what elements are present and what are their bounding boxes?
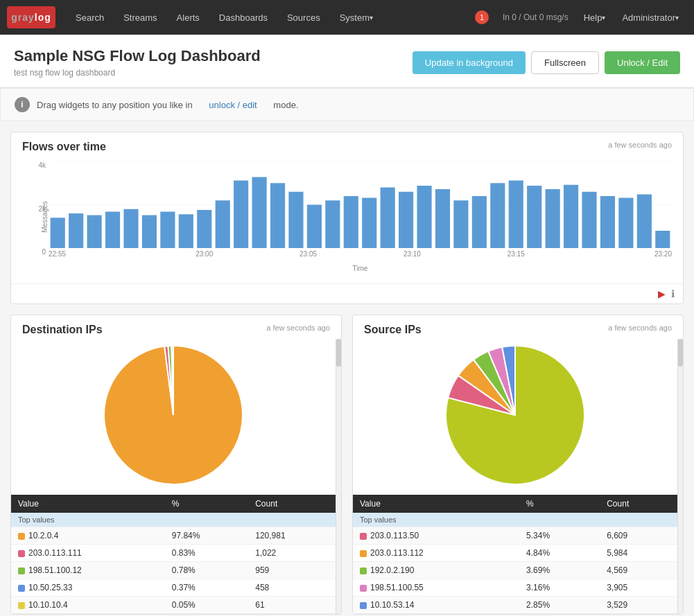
src-col-pct: % <box>519 495 600 513</box>
src-top-values-row: Top values <box>353 513 677 527</box>
dest-ip-count: 1,022 <box>248 545 336 562</box>
info-bar: i Drag widgets to any position you like … <box>0 88 694 121</box>
dest-ips-title: Destination IPs <box>22 324 103 336</box>
svg-rect-15 <box>270 183 285 248</box>
svg-rect-20 <box>362 198 376 249</box>
dest-ips-table: Value % Count Top values 10.2.0.4 <box>11 495 336 614</box>
src-col-count: Count <box>600 495 677 513</box>
x-tick-2315: 23:15 <box>464 250 568 258</box>
dest-ips-header: Destination IPs a few seconds ago <box>11 315 341 339</box>
src-pie-chart <box>446 346 584 484</box>
dest-top-values-label: Top values <box>11 513 336 527</box>
dest-scrollbar[interactable] <box>336 339 341 614</box>
src-ip-value: 203.0.113.112 <box>353 545 519 562</box>
nav-sources[interactable]: Sources <box>277 0 330 35</box>
svg-rect-7 <box>123 209 138 248</box>
table-row: 203.0.113.111 0.83% 1,022 <box>11 545 336 562</box>
svg-rect-28 <box>509 181 523 249</box>
x-tick-2255: 22:55 <box>49 250 153 258</box>
src-ips-body: Value % Count Top values 203.0.113. <box>353 339 677 614</box>
table-row: 10.10.53.14 2.85% 3,529 <box>353 597 677 614</box>
throughput-display: In 0 / Out 0 msg/s <box>496 12 575 22</box>
svg-rect-33 <box>600 196 615 248</box>
header-buttons: Update in background Fullscreen Unlock /… <box>413 51 680 74</box>
update-background-button[interactable]: Update in background <box>413 51 526 74</box>
src-ips-table: Value % Count Top values 203.0.113. <box>353 495 677 614</box>
svg-rect-29 <box>527 186 541 248</box>
src-ip-count: 3,529 <box>600 597 677 614</box>
nav-dashboards[interactable]: Dashboards <box>209 0 277 35</box>
notification-badge[interactable]: 1 <box>475 10 489 24</box>
nav-streams[interactable]: Streams <box>114 0 166 35</box>
dest-ip-pct: 97.84% <box>165 527 248 545</box>
dest-pie-chart <box>104 346 243 484</box>
y-axis-label: Messages <box>41 201 49 233</box>
dest-ip-pct: 0.83% <box>165 545 248 562</box>
dest-ip-value: 10.10.10.4 <box>11 597 165 614</box>
nav-system[interactable]: System <box>330 0 383 35</box>
flows-widget-header: Flows over time a few seconds ago <box>11 132 683 156</box>
y-tick-0: 0 <box>42 248 46 256</box>
src-ips-scroll[interactable]: Value % Count Top values 203.0.113. <box>353 339 683 614</box>
info-circle-icon[interactable]: ℹ <box>671 288 675 299</box>
page-title: Sample NSG Flow Log Dashboard <box>14 47 261 65</box>
title-block: Sample NSG Flow Log Dashboard test nsg f… <box>14 47 261 78</box>
src-ip-value: 198.51.100.55 <box>353 579 519 597</box>
svg-rect-17 <box>307 205 322 249</box>
dest-ip-value: 10.2.0.4 <box>11 527 165 545</box>
table-row: 10.50.25.33 0.37% 458 <box>11 579 336 597</box>
help-menu[interactable]: Help <box>575 0 614 35</box>
svg-rect-26 <box>472 196 487 248</box>
dest-col-value: Value <box>11 495 165 513</box>
nav-alerts[interactable]: Alerts <box>167 0 209 35</box>
play-icon[interactable]: ▶ <box>658 288 666 299</box>
svg-rect-24 <box>435 189 450 248</box>
dest-ip-value: 198.51.100.12 <box>11 562 165 579</box>
table-row: 192.0.2.190 3.69% 4,569 <box>353 562 677 579</box>
src-ip-value: 192.0.2.190 <box>353 562 519 579</box>
flows-widget-footer: ▶ ℹ <box>11 283 683 303</box>
src-ip-pct: 2.85% <box>519 597 600 614</box>
dest-col-pct: % <box>165 495 248 513</box>
flows-widget-timestamp: a few seconds ago <box>608 141 672 149</box>
svg-rect-32 <box>582 192 596 248</box>
two-col-widgets: Destination IPs a few seconds ago <box>10 315 684 616</box>
fullscreen-button[interactable]: Fullscreen <box>531 51 599 74</box>
flows-widget-body: 4k 2k 0 Messages 22:55 23:00 <box>11 156 683 283</box>
page-header: Sample NSG Flow Log Dashboard test nsg f… <box>0 35 694 88</box>
svg-rect-12 <box>216 200 230 248</box>
svg-rect-35 <box>637 195 652 249</box>
dest-ip-value: 10.50.25.33 <box>11 579 165 597</box>
src-scrollbar[interactable] <box>677 339 683 614</box>
table-row: 203.0.113.112 4.84% 5,984 <box>353 545 677 562</box>
dest-top-values-row: Top values <box>11 513 336 527</box>
admin-menu[interactable]: Administrator <box>614 0 687 35</box>
dest-ip-count: 458 <box>248 579 336 597</box>
src-ips-timestamp: a few seconds ago <box>608 324 672 332</box>
src-ip-pct: 5.34% <box>519 527 600 545</box>
flows-widget-title: Flows over time <box>22 141 106 153</box>
table-row: 198.51.100.12 0.78% 959 <box>11 562 336 579</box>
table-row: 10.2.0.4 97.84% 120,981 <box>11 527 336 545</box>
x-tick-2310: 23:10 <box>360 250 464 258</box>
svg-rect-5 <box>87 215 102 249</box>
unlock-edit-link[interactable]: unlock / edit <box>209 100 257 110</box>
dest-ip-count: 959 <box>248 562 336 579</box>
dest-ip-pct: 0.37% <box>165 579 248 597</box>
dest-ip-value: 203.0.113.111 <box>11 545 165 562</box>
svg-rect-34 <box>618 198 633 249</box>
src-ips-title: Source IPs <box>364 324 422 336</box>
brand-logo[interactable]: graylog <box>7 6 55 28</box>
src-ip-count: 3,905 <box>600 579 677 597</box>
src-ip-pct: 4.84% <box>519 545 600 562</box>
unlock-edit-button[interactable]: Unlock / Edit <box>605 51 680 74</box>
svg-rect-27 <box>490 183 505 248</box>
navbar: graylog Search Streams Alerts Dashboards… <box>0 0 694 35</box>
x-axis-label: Time <box>49 265 672 272</box>
src-col-value: Value <box>353 495 519 513</box>
svg-rect-36 <box>655 231 670 248</box>
nav-search[interactable]: Search <box>66 0 114 35</box>
dest-ips-scroll[interactable]: Value % Count Top values 10.2.0.4 <box>11 339 341 614</box>
page-subtitle: test nsg flow log dashboard <box>14 68 261 78</box>
x-tick-2320: 23:20 <box>568 250 672 258</box>
